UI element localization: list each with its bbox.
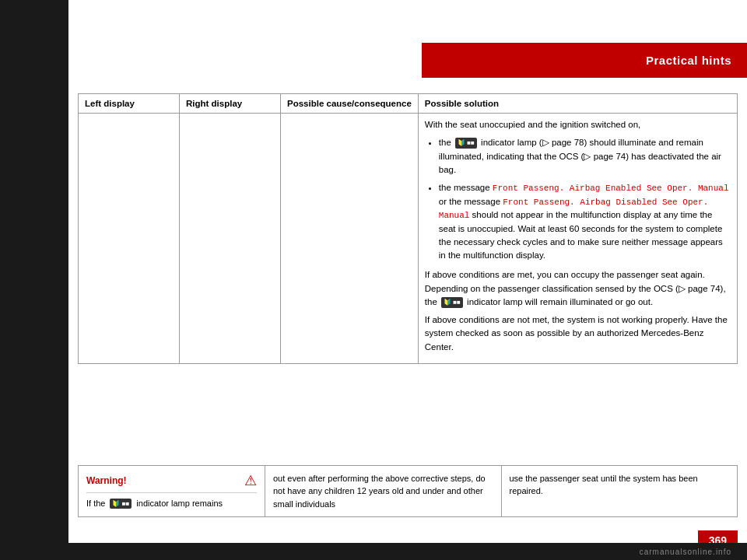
section-title: Practical hints: [646, 54, 731, 67]
warning-section: Warning! ⚠ If the 🔰 ■■ indicator lamp re…: [78, 465, 738, 518]
ocs-indicator-icon: 🔰 ■■: [455, 138, 477, 149]
section-header: Practical hints: [422, 43, 747, 78]
bullet2-suffix: should not appear in the multifunction d…: [439, 210, 723, 260]
table-row: With the seat unoccupied and the ignitio…: [79, 114, 738, 364]
warning-label: Warning!: [86, 475, 127, 486]
solution-intro: With the seat unoccupied and the ignitio…: [425, 118, 731, 131]
warning-text-prefix: If the: [86, 498, 105, 509]
warning-triangle-icon: ⚠: [244, 472, 257, 489]
diagnostic-table: Left display Right display Possible caus…: [78, 93, 738, 364]
solution-para-1: If above conditions are met, you can occ…: [425, 268, 731, 309]
bullet1-prefix: the: [439, 138, 454, 147]
bullet2-prefix: the message: [439, 183, 493, 192]
left-sidebar: [0, 0, 68, 560]
solution-bullet-2: the message Front Passeng. Airbag Enable…: [439, 181, 731, 262]
main-content-area: Left display Right display Possible caus…: [78, 93, 738, 490]
col-header-cause: Possible cause/consequence: [281, 94, 419, 114]
warning-ocs-icon: 🔰 ■■: [110, 499, 132, 509]
warning-box: Warning! ⚠ If the 🔰 ■■ indicator lamp re…: [79, 466, 265, 517]
solution-para-2: If above conditions are not met, the sys…: [425, 313, 731, 354]
cell-left-display: [79, 114, 180, 364]
col-header-right: Right display: [180, 94, 281, 114]
para1-suffix: indicator lamp will remain illuminated o…: [467, 297, 653, 306]
warning-header: Warning! ⚠: [86, 472, 257, 493]
cell-right-display: [180, 114, 281, 364]
cell-solution: With the seat unoccupied and the ignitio…: [418, 114, 737, 364]
bullet1-suffix: indicator lamp (▷ page 78) should illumi…: [439, 138, 721, 174]
col-header-left: Left display: [79, 94, 180, 114]
warning-text-suffix: indicator lamp remains: [136, 498, 223, 509]
warning-body-text: If the 🔰 ■■ indicator lamp remains: [86, 498, 257, 509]
website-bar: carmanualsonline.info: [68, 543, 747, 560]
ocs-indicator-icon-2: 🔰 ■■: [441, 297, 463, 308]
website-url: carmanualsonline.info: [640, 548, 731, 556]
solution-bullet-1: the 🔰 ■■ indicator lamp (▷ page 78) shou…: [439, 136, 731, 177]
bullet2-mid: or the message: [439, 197, 503, 206]
solution-list: the 🔰 ■■ indicator lamp (▷ page 78) shou…: [439, 136, 731, 262]
warning-middle-text: out even after performing the above corr…: [265, 466, 502, 517]
code-message-1: Front Passeng. Airbag Enabled See Oper. …: [493, 184, 729, 193]
col-header-solution: Possible solution: [418, 94, 737, 114]
cell-cause: [281, 114, 419, 364]
warning-right-text: use the passenger seat until the system …: [502, 466, 738, 517]
